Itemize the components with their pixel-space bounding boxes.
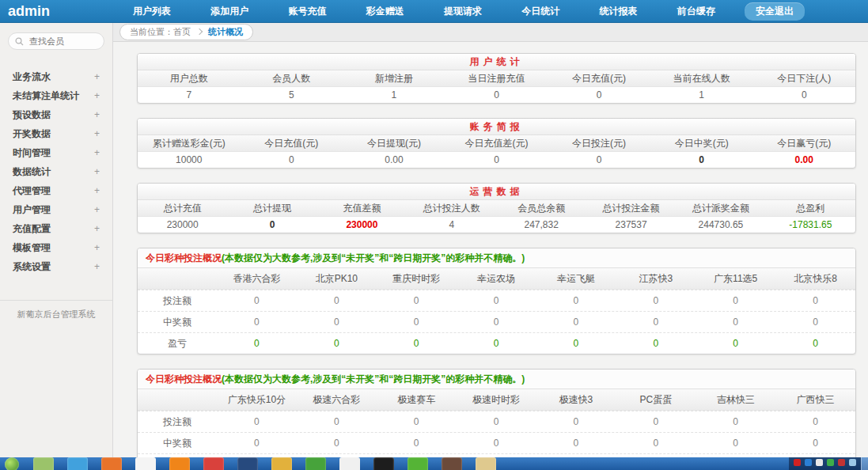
start-orb-icon[interactable] (5, 457, 19, 470)
breadcrumb: 当前位置：首页 统计概况 (119, 24, 253, 40)
logout-button[interactable]: 安全退出 (745, 2, 805, 21)
ie-browser-icon[interactable] (67, 457, 88, 470)
bet-title-text: 今日彩种投注概况 (146, 373, 222, 385)
stat-header-row: 用户总数会员人数新增注册当日注册充值今日充值(元)当前在线人数今日下注(人) (138, 70, 855, 87)
column-header: 会员人数 (241, 70, 343, 86)
cell-value: 0 (457, 333, 536, 354)
bet-panel-title: 今日彩种投注概况(本数据仅为大数参考,涉及到“未开奖”和“跨日期开奖”的彩种并不… (138, 248, 855, 268)
column-header: 总计派奖金额 (676, 200, 765, 216)
nav-item[interactable]: 提现请求 (444, 5, 482, 18)
foxit-reader-icon[interactable] (339, 457, 360, 470)
media-player-icon[interactable] (305, 457, 326, 470)
cell-value: 0 (297, 411, 377, 432)
sidebar-item[interactable]: 代理管理+ (0, 181, 112, 200)
sidebar-item[interactable]: 模板管理+ (0, 238, 112, 257)
qq-icon[interactable] (203, 457, 224, 470)
show-desktop-button[interactable] (861, 457, 868, 470)
stat-header-row: 累计赠送彩金(元)今日充值(元)今日提现(元)今日充值差(元)今日投注(元)今日… (138, 135, 855, 152)
chrome-icon[interactable] (271, 457, 292, 470)
sidebar-item[interactable]: 系统设置+ (0, 257, 112, 276)
sidebar-item-label: 模板管理 (13, 238, 51, 257)
column-header: 幸运飞艇 (536, 268, 616, 289)
sidebar-item[interactable]: 用户管理+ (0, 200, 112, 219)
column-header: 总计投注人数 (407, 200, 496, 216)
wechat-icon[interactable] (407, 457, 428, 470)
explorer-folder-icon[interactable] (476, 457, 496, 470)
sidebar-item[interactable]: 时间管理+ (0, 143, 112, 162)
avatar-photo-icon[interactable] (442, 457, 462, 470)
sidebar-item-label: 未结算注单统计 (13, 86, 79, 105)
column-header: 总盈利 (766, 200, 855, 216)
column-header: 广东快乐10分 (217, 389, 297, 410)
sogou-icon[interactable] (169, 457, 190, 470)
stat-panel: 运营数据总计充值总计提现充值差额总计投注人数会员总余额总计投注金额总计派奖金额总… (137, 183, 856, 233)
sidebar-item[interactable]: 未结算注单统计+ (0, 86, 112, 105)
cell-value: 0 (297, 333, 377, 354)
column-header: 今日赢亏(元) (752, 135, 855, 151)
column-header: 今日充值(元) (548, 70, 650, 86)
sidebar-item[interactable]: 预设数据+ (0, 105, 112, 124)
nav-item[interactable]: 前台缓存 (677, 5, 715, 18)
row-label: 中奖额 (138, 433, 217, 453)
sidebar-item[interactable]: 数据统计+ (0, 162, 112, 181)
tray-green-icon[interactable] (827, 459, 834, 466)
column-header: 今日下注(人) (752, 70, 855, 86)
column-header: 江苏快3 (616, 268, 696, 289)
tray-stock-icon[interactable] (794, 459, 801, 466)
tray-input-icon[interactable] (816, 459, 823, 466)
cell-value: 4 (407, 217, 496, 233)
sidebar-item-label: 用户管理 (13, 200, 51, 219)
folder-dreamweaver-icon[interactable] (33, 457, 54, 470)
cell-value: 0.00 (343, 152, 445, 168)
bet-panel: 今日彩种投注概况(本数据仅为大数参考,涉及到“未开奖”和“跨日期开奖”的彩种并不… (137, 248, 856, 354)
video-app-icon[interactable] (237, 457, 258, 470)
sidebar-footer: 新葡京后台管理系统 (0, 300, 112, 328)
cell-value: 10000 (138, 152, 241, 168)
cell-value: 0 (377, 411, 457, 432)
pin-app-icon[interactable] (135, 457, 156, 470)
bet-header-row: 广东快乐10分极速六合彩极速赛车极速时时彩极速快3PC蛋蛋吉林快三广西快三 (138, 389, 855, 411)
row-label (138, 268, 217, 289)
cell-value: 0 (445, 87, 548, 103)
expand-plus-icon: + (94, 181, 100, 200)
cell-value: 0 (775, 312, 855, 332)
cell-value: 0 (696, 312, 775, 332)
terminal-icon[interactable] (373, 457, 394, 470)
column-header: 吉林快三 (696, 389, 775, 410)
sidebar-item-label: 时间管理 (13, 143, 51, 162)
sidebar-item[interactable]: 开奖数据+ (0, 124, 112, 143)
sidebar-item[interactable]: 业务流水+ (0, 67, 112, 86)
taskbar (0, 457, 868, 470)
cell-value: 0 (217, 411, 297, 432)
cell-value: 0 (217, 333, 297, 354)
cell-value: 0 (616, 411, 696, 432)
sidebar-item-label: 业务流水 (13, 67, 51, 86)
tray-network-icon[interactable] (849, 459, 856, 466)
column-header: 北京PK10 (297, 268, 377, 289)
bet-title-text: 今日彩种投注概况 (146, 252, 222, 263)
cell-value: 0 (775, 290, 855, 311)
tray-alert-icon[interactable] (838, 459, 845, 466)
sidebar-item-label: 开奖数据 (13, 124, 51, 143)
cell-value: 0.00 (752, 152, 855, 168)
cell-value: 0 (536, 411, 616, 432)
cell-value: 0 (457, 312, 536, 332)
sidebar-menu: 业务流水+未结算注单统计+预设数据+开奖数据+时间管理+数据统计+代理管理+用户… (0, 67, 112, 276)
nav-item[interactable]: 彩金赠送 (366, 5, 404, 18)
firefox-icon[interactable] (101, 457, 122, 470)
nav-item[interactable]: 账号充值 (289, 5, 327, 18)
nav-item[interactable]: 统计报表 (599, 5, 637, 18)
breadcrumb-home[interactable]: 首页 (173, 26, 191, 38)
tray-help-icon[interactable] (805, 459, 812, 466)
nav-item[interactable]: 用户列表 (133, 5, 171, 18)
cell-value: 0 (457, 433, 536, 453)
column-header: 今日提现(元) (343, 135, 445, 151)
nav-item[interactable]: 添加用户 (210, 5, 248, 18)
stat-value-row: 7510010 (138, 87, 855, 103)
nav-item[interactable]: 今日统计 (521, 5, 559, 18)
column-header: 充值差额 (317, 200, 407, 216)
sidebar-item[interactable]: 充值配置+ (0, 219, 112, 238)
breadcrumb-separator-icon (196, 28, 203, 35)
member-search-input[interactable] (28, 36, 97, 47)
cell-value: -17831.65 (766, 217, 855, 233)
